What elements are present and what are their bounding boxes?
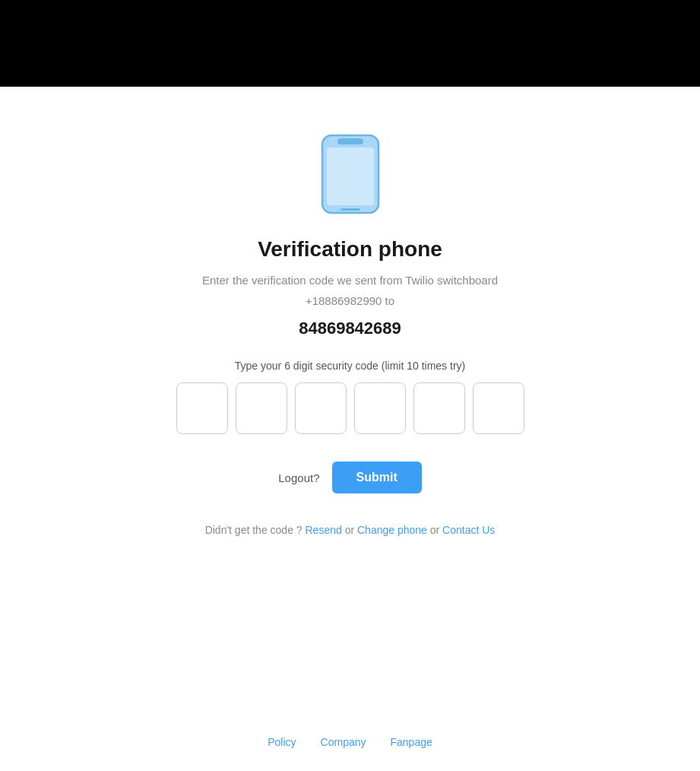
footer: Policy Company Fanpage <box>0 721 700 771</box>
change-phone-link[interactable]: Change phone <box>357 524 427 536</box>
code-input-2[interactable] <box>236 382 287 434</box>
logout-label: Logout? <box>278 471 319 484</box>
subtitle-line1: Enter the verification code we sent from… <box>202 272 498 290</box>
footer-fanpage-link[interactable]: Fanpage <box>391 736 432 748</box>
footer-policy-link[interactable]: Policy <box>268 736 296 748</box>
svg-rect-2 <box>337 138 363 144</box>
phone-icon <box>316 132 385 216</box>
svg-rect-1 <box>327 148 374 205</box>
subtitle-line2: +18886982990 to <box>306 293 394 310</box>
code-inputs-group <box>176 382 524 434</box>
resend-prefix: Didn't get the code ? <box>205 524 302 536</box>
phone-illustration-wrapper <box>316 132 385 219</box>
code-input-4[interactable] <box>354 382 406 434</box>
or1-text: or <box>345 524 354 536</box>
contact-us-link[interactable]: Contact Us <box>442 524 495 536</box>
footer-company-link[interactable]: Company <box>321 736 366 748</box>
code-label: Type your 6 digit security code (limit 1… <box>235 360 465 372</box>
submit-button[interactable]: Submit <box>332 462 422 493</box>
main-content: Verification phone Enter the verificatio… <box>0 87 700 721</box>
top-bar <box>0 0 700 87</box>
resend-row: Didn't get the code ? Resend or Change p… <box>205 521 496 540</box>
page-title: Verification phone <box>258 237 442 262</box>
code-input-1[interactable] <box>176 382 228 434</box>
code-input-5[interactable] <box>413 382 465 434</box>
actions-row: Logout? Submit <box>278 462 421 493</box>
or2-text: or <box>430 524 439 536</box>
phone-number-display: 84869842689 <box>299 319 401 338</box>
code-input-3[interactable] <box>295 382 347 434</box>
resend-link[interactable]: Resend <box>306 524 342 536</box>
svg-rect-3 <box>340 208 360 211</box>
code-input-6[interactable] <box>473 382 524 434</box>
